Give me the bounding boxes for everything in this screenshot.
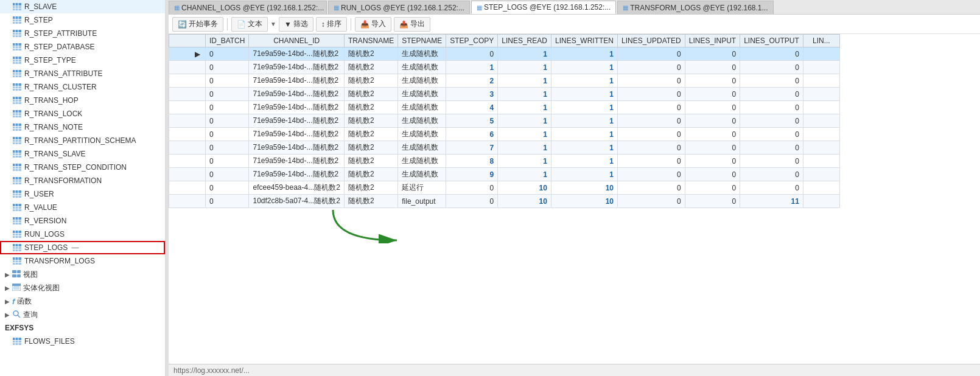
sidebar-item-r-trans-lock[interactable]: R_TRANS_LOCK bbox=[0, 107, 165, 120]
tab-run-logs[interactable]: ▦ RUN_LOGS @EYE (192.168.1.252:... bbox=[328, 1, 470, 14]
cell-stepname: 生成随机数 bbox=[398, 101, 446, 114]
table-row[interactable]: 0efcee459-beaa-4...随机数2随机数2延迟行01010000 bbox=[169, 181, 840, 195]
cell-stepname: 生成随机数 bbox=[398, 128, 446, 141]
sidebar-category-views[interactable]: ▶ 视图 bbox=[0, 268, 165, 281]
sidebar-item-r-step-type[interactable]: R_STEP_TYPE bbox=[0, 54, 165, 67]
sidebar-category-queries[interactable]: ▶ 查询 bbox=[0, 308, 165, 321]
tab-transform-logs[interactable]: ▦ TRANSFORM_LOGS @EYE (192.168.1... bbox=[617, 1, 773, 14]
col-header-lines-written[interactable]: LINES_WRITTEN bbox=[551, 35, 617, 47]
cell-step-copy: 0 bbox=[446, 47, 498, 61]
sidebar-item-label: FLOWS_FILES bbox=[24, 337, 75, 346]
col-header-lines-read[interactable]: LINES_READ bbox=[498, 35, 551, 47]
svg-rect-75 bbox=[13, 204, 21, 206]
sidebar-item-r-version[interactable]: R_VERSION bbox=[0, 214, 165, 228]
cell-lines-updated: 0 bbox=[617, 128, 685, 141]
row-indicator bbox=[169, 168, 206, 181]
import-button[interactable]: 📥 导入 bbox=[355, 17, 391, 32]
col-header-lines-updated[interactable]: LINES_UPDATED bbox=[617, 35, 685, 47]
sidebar-item-r-step[interactable]: R_STEP bbox=[0, 13, 165, 27]
svg-rect-7 bbox=[13, 22, 21, 24]
sidebar-item-r-step-attribute[interactable]: R_STEP_ATTRIBUTE bbox=[0, 27, 165, 40]
cell-stepname: 生成随机数 bbox=[398, 74, 446, 88]
sidebar-item-r-trans-cluster[interactable]: R_TRANS_CLUSTER bbox=[0, 80, 165, 94]
svg-rect-52 bbox=[13, 142, 21, 144]
sidebar-category-matviews[interactable]: ▶ 实体化视图 bbox=[0, 281, 165, 294]
text-button[interactable]: 📄 文本 bbox=[231, 17, 268, 32]
export-button[interactable]: 📤 导出 bbox=[394, 17, 430, 32]
cell-lines-more bbox=[803, 114, 839, 128]
cell-lines-read: 1 bbox=[498, 61, 551, 74]
cell-lines-more bbox=[803, 61, 839, 74]
table-row[interactable]: 071e9a59e-14bd-...随机数2随机数2生成随机数211000 bbox=[169, 74, 840, 88]
step-logs-dash: — bbox=[71, 243, 79, 252]
sidebar-item-r-value[interactable]: R_VALUE bbox=[0, 201, 165, 214]
col-header-channel-id[interactable]: CHANNEL_ID bbox=[249, 35, 344, 47]
table-row[interactable]: 071e9a59e-14bd-...随机数2随机数2生成随机数511000 bbox=[169, 114, 840, 128]
col-header-step-copy[interactable]: STEP_COPY bbox=[446, 35, 498, 47]
cell-lines-read: 10 bbox=[498, 195, 551, 208]
sidebar-item-transform-logs[interactable]: TRANSFORM_LOGS bbox=[0, 254, 165, 268]
col-header-id-batch[interactable]: ID_BATCH bbox=[206, 35, 249, 47]
sidebar-item-label: R_TRANS_STEP_CONDITION bbox=[24, 163, 127, 172]
table-row[interactable]: 071e9a59e-14bd-...随机数2随机数2生成随机数711000 bbox=[169, 141, 840, 155]
cell-stepname: 生成随机数 bbox=[398, 168, 446, 181]
sidebar-item-flows-files[interactable]: FLOWS_FILES bbox=[0, 335, 165, 348]
col-header-transname[interactable]: TRANSNAME bbox=[344, 35, 397, 47]
svg-rect-15 bbox=[13, 43, 21, 46]
sidebar-item-r-trans-partition-schema[interactable]: R_TRANS_PARTITION_SCHEMA bbox=[0, 134, 165, 147]
sidebar-item-label: R_TRANS_ATTRIBUTE bbox=[24, 69, 102, 78]
cell-transname: 随机数2 bbox=[344, 74, 397, 88]
cell-stepname: 生成随机数 bbox=[398, 114, 446, 128]
sidebar-item-r-trans-note[interactable]: R_TRANS_NOTE bbox=[0, 120, 165, 134]
sidebar-item-label: R_SLAVE bbox=[24, 2, 57, 11]
filter-button[interactable]: ▼ 筛选 bbox=[279, 17, 313, 32]
sidebar-item-r-user[interactable]: R_USER bbox=[0, 187, 165, 201]
sidebar-item-r-trans-step-condition[interactable]: R_TRANS_STEP_CONDITION bbox=[0, 161, 165, 174]
svg-rect-109 bbox=[13, 338, 21, 340]
table-row[interactable]: 010df2c8b-5a07-4...随机数2随机数2file_output01… bbox=[169, 195, 840, 208]
row-indicator bbox=[169, 195, 206, 208]
sidebar-item-run-logs[interactable]: RUN_LOGS bbox=[0, 228, 165, 241]
table-row[interactable]: 071e9a59e-14bd-...随机数2随机数2生成随机数911000 bbox=[169, 168, 840, 181]
table-row[interactable]: 071e9a59e-14bd-...随机数2随机数2生成随机数611000 bbox=[169, 128, 840, 141]
sidebar-item-label: R_TRANS_SLAVE bbox=[24, 150, 85, 158]
sidebar-item-r-step-database[interactable]: R_STEP_DATABASE bbox=[0, 40, 165, 54]
sidebar-item-label: R_TRANSFORMATION bbox=[24, 176, 102, 185]
sidebar-item-step-logs[interactable]: STEP_LOGS — bbox=[0, 241, 165, 254]
sidebar-item-r-transformation[interactable]: R_TRANSFORMATION bbox=[0, 174, 165, 187]
col-header-lines-output[interactable]: LINES_OUTPUT bbox=[740, 35, 803, 47]
tab-channel-logs[interactable]: ▦ CHANNEL_LOGS @EYE (192.168.1.252:... bbox=[169, 1, 327, 14]
cell-lines-input: 0 bbox=[685, 168, 740, 181]
sidebar-item-r-trans-hop[interactable]: R_TRANS_HOP bbox=[0, 94, 165, 107]
cell-lines-read: 1 bbox=[498, 74, 551, 88]
sidebar-category-functions[interactable]: ▶ f 函数 bbox=[0, 294, 165, 308]
table-row[interactable]: 071e9a59e-14bd-...随机数2随机数2生成随机数811000 bbox=[169, 155, 840, 168]
col-header-lines-input[interactable]: LINES_INPUT bbox=[685, 35, 740, 47]
col-header-stepname[interactable]: STEPNAME bbox=[398, 35, 446, 47]
cell-lines-output: 11 bbox=[740, 195, 803, 208]
cell-id-batch: 0 bbox=[206, 88, 249, 101]
sidebar-item-label: R_TRANS_CLUSTER bbox=[24, 83, 97, 91]
sidebar-schema-exfsys[interactable]: EXFSYS bbox=[0, 321, 165, 335]
begin-tx-button[interactable]: 🔄 开始事务 bbox=[172, 17, 223, 32]
cell-lines-output: 0 bbox=[740, 181, 803, 195]
svg-rect-47 bbox=[13, 129, 21, 131]
table-row[interactable]: 071e9a59e-14bd-...随机数2随机数2生成随机数311000 bbox=[169, 88, 840, 101]
svg-rect-25 bbox=[13, 70, 21, 72]
toolbar-separator-1 bbox=[227, 18, 228, 30]
sort-button[interactable]: ↕ 排序 bbox=[316, 17, 347, 32]
sidebar-item-r-slave[interactable]: R_SLAVE bbox=[0, 0, 165, 13]
table-row[interactable]: 071e9a59e-14bd-...随机数2随机数2生成随机数411000 bbox=[169, 101, 840, 114]
table-row[interactable]: ▶071e9a59e-14bd-...随机数2随机数2生成随机数011000 bbox=[169, 47, 840, 61]
col-header-lines-more[interactable]: LIN... bbox=[803, 35, 839, 47]
cell-lines-updated: 0 bbox=[617, 114, 685, 128]
sidebar-item-r-trans-attribute[interactable]: R_TRANS_ATTRIBUTE bbox=[0, 67, 165, 80]
sidebar-item-r-trans-slave[interactable]: R_TRANS_SLAVE bbox=[0, 147, 165, 161]
cell-transname: 随机数2 bbox=[344, 128, 397, 141]
cell-transname: 随机数2 bbox=[344, 114, 397, 128]
table-row[interactable]: 071e9a59e-14bd-...随机数2随机数2生成随机数111000 bbox=[169, 61, 840, 74]
data-table-container[interactable]: ID_BATCH CHANNEL_ID TRANSNAME STEPNAME S… bbox=[169, 34, 980, 364]
svg-rect-67 bbox=[13, 183, 21, 184]
tab-step-logs[interactable]: ▦ STEP_LOGS @EYE (192.168.1.252:... bbox=[471, 1, 616, 14]
category-label: 视图 bbox=[23, 270, 38, 280]
